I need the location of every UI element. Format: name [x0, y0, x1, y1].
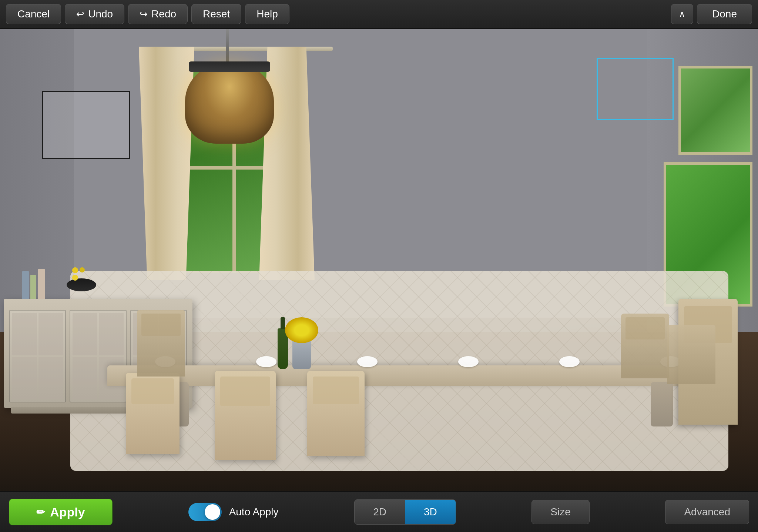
chandelier-top-ring: [189, 61, 270, 72]
chair-front-center: [215, 371, 276, 460]
redo-button[interactable]: ↪ Redo: [128, 4, 188, 24]
auto-apply-toggle[interactable]: [188, 503, 222, 521]
chair-far-right-2: [667, 325, 715, 384]
top-toolbar: Cancel ↩ Undo ↪ Redo Reset Help ∧ Done: [0, 0, 758, 29]
undo-button[interactable]: ↩ Undo: [65, 4, 124, 24]
scene-area[interactable]: [0, 29, 758, 491]
size-button[interactable]: Size: [531, 500, 589, 524]
chandelier-body: [185, 62, 274, 144]
done-button[interactable]: Done: [697, 4, 752, 24]
apply-button[interactable]: ✏ Apply: [9, 499, 113, 525]
view-2d-button[interactable]: 2D: [355, 500, 405, 524]
flower-vase: [292, 339, 311, 369]
collapse-button[interactable]: ∧: [671, 4, 693, 24]
selection-rect-black[interactable]: [42, 91, 130, 159]
bottom-toolbar: ✏ Apply Auto Apply 2D 3D Size Advanced: [0, 491, 758, 532]
chair-front-right: [307, 371, 365, 456]
cancel-button[interactable]: Cancel: [6, 4, 61, 24]
chair-front-left: [126, 373, 180, 454]
help-button[interactable]: Help: [245, 4, 289, 24]
reset-button[interactable]: Reset: [191, 4, 241, 24]
view-3d-button[interactable]: 3D: [405, 500, 456, 524]
selection-rect-blue[interactable]: [597, 58, 674, 120]
toggle-knob: [205, 504, 220, 520]
apply-label: Apply: [50, 505, 85, 519]
table-leg-right: [651, 382, 673, 426]
curtain-left: [139, 47, 194, 280]
view-mode-buttons: 2D 3D: [354, 499, 456, 525]
upper-right-window: [678, 66, 752, 155]
redo-icon: ↪: [140, 9, 148, 20]
auto-apply-label: Auto Apply: [229, 506, 279, 518]
chevron-up-icon: ∧: [679, 9, 685, 19]
apply-icon: ✏: [36, 506, 45, 518]
advanced-button[interactable]: Advanced: [665, 500, 749, 524]
chair-back-right: [621, 314, 669, 378]
auto-apply-section: Auto Apply: [188, 503, 279, 521]
chandelier-chain: [226, 29, 229, 66]
chair-back-left: [137, 310, 185, 377]
undo-icon: ↩: [76, 9, 84, 20]
